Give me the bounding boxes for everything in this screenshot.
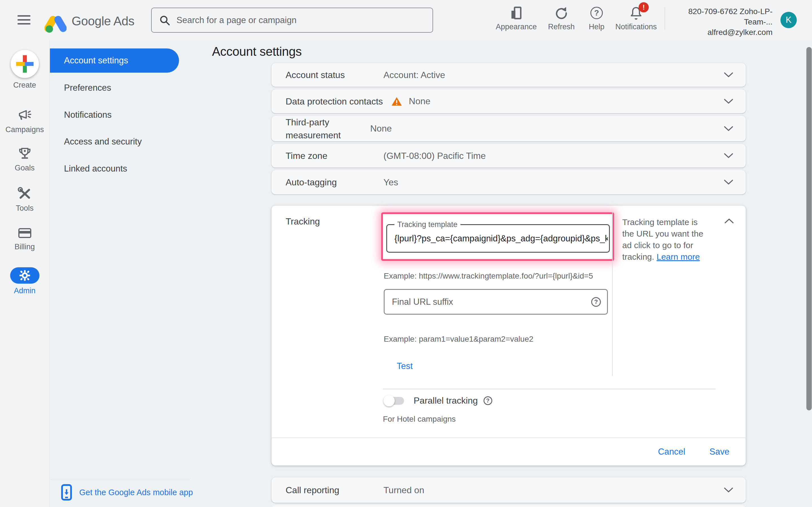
trophy-icon	[18, 147, 32, 161]
sidebar-item-access-security[interactable]: Access and security	[50, 133, 179, 151]
tracking-section-label: Tracking	[286, 216, 320, 227]
tracking-template-highlight: Tracking template	[381, 212, 614, 261]
row-data-protection[interactable]: Data protection contacts None	[271, 89, 746, 113]
mobile-app-link[interactable]: Get the Google Ads mobile app	[61, 484, 193, 501]
section-divider	[383, 389, 716, 389]
parallel-tracking-note: For Hotel campaigns	[383, 414, 456, 424]
final-url-suffix-field[interactable]: ?	[384, 289, 608, 315]
tracking-template-input[interactable]	[387, 225, 609, 252]
sidebar-item-linked-accounts[interactable]: Linked accounts	[50, 160, 179, 178]
chevron-down-icon[interactable]	[724, 153, 733, 159]
notification-badge: !	[639, 2, 649, 12]
tools-icon	[18, 187, 32, 201]
credit-card-icon	[18, 227, 32, 240]
row-time-zone[interactable]: Time zone (GMT-08:00) Pacific Time	[271, 144, 746, 168]
settings-sidebar: Account settings Preferences Notificatio…	[50, 40, 199, 507]
notifications-button[interactable]: ! Notifications	[611, 6, 661, 31]
product-name: Google Ads	[71, 14, 135, 28]
tracking-template-field[interactable]: Tracking template	[386, 224, 610, 252]
left-rail: Create Campaigns Goals	[0, 40, 50, 507]
create-plus-icon	[11, 50, 39, 78]
appearance-button[interactable]: Appearance	[494, 6, 539, 31]
rail-item-campaigns[interactable]: Campaigns	[0, 109, 49, 134]
help-icon: ?	[591, 6, 603, 20]
page-title: Account settings	[212, 45, 302, 59]
chevron-down-icon[interactable]	[724, 126, 733, 131]
cancel-button[interactable]: Cancel	[658, 447, 686, 457]
chevron-up-icon[interactable]	[724, 218, 734, 225]
sidebar-item-account-settings[interactable]: Account settings	[50, 48, 179, 73]
row-third-party[interactable]: Third-party measurement None	[271, 116, 746, 142]
chevron-down-icon[interactable]	[724, 72, 733, 78]
appearance-icon	[510, 6, 522, 20]
suffix-example: Example: param1=value1&param2=value2	[384, 335, 534, 344]
save-button[interactable]: Save	[709, 447, 729, 457]
rail-item-tools[interactable]: Tools	[0, 187, 49, 213]
topbar-divider	[665, 7, 665, 30]
sidebar-item-notifications[interactable]: Notifications	[50, 106, 179, 124]
search-input[interactable]	[176, 15, 424, 25]
gear-icon	[10, 267, 40, 284]
chevron-down-icon[interactable]	[724, 99, 733, 104]
search-icon	[159, 15, 170, 26]
test-button[interactable]: Test	[397, 361, 413, 371]
final-url-suffix-input[interactable]	[385, 297, 591, 307]
helper-divider	[612, 212, 613, 376]
help-circle-icon[interactable]: ?	[591, 297, 601, 307]
menu-icon[interactable]	[17, 15, 31, 25]
tracking-template-example: Example: https://www.trackingtemplate.fo…	[384, 272, 593, 281]
chevron-down-icon[interactable]	[724, 179, 733, 185]
rail-item-admin[interactable]: Admin	[0, 267, 49, 295]
tracking-template-field-label: Tracking template	[395, 220, 460, 229]
account-info[interactable]: 820-709-6762 Zoho-LP-Team-... alfred@zyl…	[671, 6, 772, 38]
parallel-tracking-toggle[interactable]	[384, 397, 404, 405]
row-account-status[interactable]: Account status Account: Active	[271, 63, 746, 87]
megaphone-icon	[18, 109, 32, 122]
warning-icon	[391, 97, 402, 106]
avatar[interactable]: K	[780, 12, 797, 28]
account-id: 820-709-6762 Zoho-LP-Team-...	[671, 6, 772, 27]
help-circle-icon[interactable]: ?	[484, 396, 492, 405]
rail-item-create[interactable]: Create	[0, 50, 49, 90]
refresh-button[interactable]: Refresh	[542, 6, 581, 31]
help-button[interactable]: ? Help	[580, 6, 613, 31]
parallel-tracking-label: Parallel tracking	[414, 395, 478, 406]
next-row-edge	[271, 505, 746, 507]
row-auto-tagging[interactable]: Auto-tagging Yes	[271, 170, 746, 194]
row-call-reporting[interactable]: Call reporting Turned on	[271, 477, 746, 503]
rail-item-billing[interactable]: Billing	[0, 227, 49, 251]
refresh-icon	[555, 6, 568, 20]
learn-more-link[interactable]: Learn more	[657, 252, 700, 262]
chevron-down-icon[interactable]	[724, 487, 733, 493]
google-ads-logo[interactable]	[45, 14, 66, 34]
phone-download-icon	[61, 484, 72, 501]
sidebar-item-preferences[interactable]: Preferences	[50, 79, 179, 97]
rail-item-goals[interactable]: Goals	[0, 147, 49, 172]
tracking-section: Tracking Tracking template Example: http…	[271, 206, 746, 466]
top-bar: Google Ads Appearance Refresh ? Help	[0, 0, 812, 40]
helper-text: Tracking template is the URL you want th…	[622, 216, 707, 263]
bell-icon: !	[629, 6, 643, 20]
scrollbar-thumb[interactable]	[806, 47, 812, 410]
account-email: alfred@zylker.com	[671, 27, 772, 38]
search-bar[interactable]	[151, 8, 433, 33]
